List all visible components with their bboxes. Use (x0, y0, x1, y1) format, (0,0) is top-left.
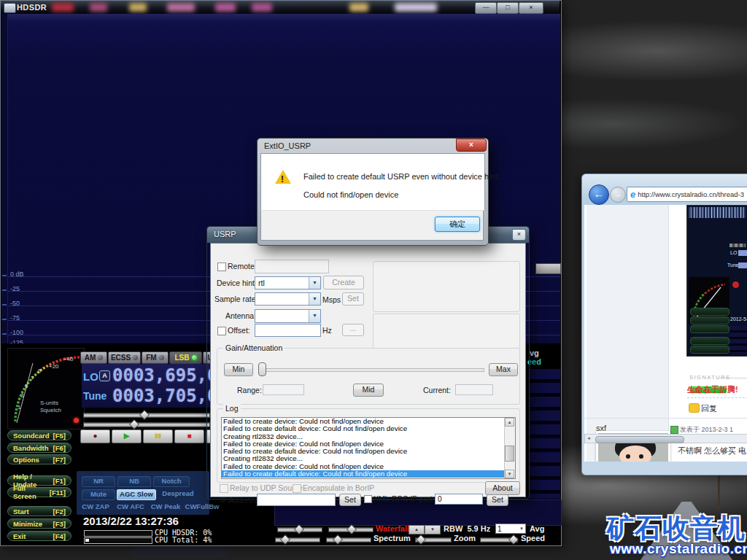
notch-button[interactable]: Notch (153, 476, 190, 487)
scrollbar-thumb[interactable] (505, 446, 514, 462)
nb-button[interactable]: NB (117, 476, 151, 487)
sample-rate-set-button[interactable]: Set (342, 292, 364, 306)
chevron-down-icon[interactable]: ▼ (309, 277, 320, 289)
reply-link[interactable]: 回复 (701, 403, 717, 414)
scroll-left-icon[interactable]: ◄ (587, 436, 591, 440)
zoom-slider[interactable] (415, 537, 452, 542)
address-bar[interactable]: e http://www.crystalradio.cn/thread-3 (627, 187, 747, 202)
chevron-down-icon[interactable]: ▼ (309, 293, 320, 305)
spectrum-slider-handle[interactable] (535, 263, 561, 274)
mode-button-am[interactable]: AM (80, 351, 107, 364)
horizontal-scrollbar[interactable]: ◄ (584, 434, 747, 443)
encapsulate-checkbox[interactable] (293, 484, 301, 493)
url-text[interactable]: http://www.crystalradio.cn/thread-3 (638, 190, 744, 198)
spectrum-upper-slider[interactable] (275, 537, 320, 542)
hdsdr-titlebar[interactable]: HDSDR — □ × (1, 1, 560, 14)
spectrum-lower-slider[interactable] (326, 537, 371, 542)
cw-zap-button[interactable]: CW ZAP (79, 502, 112, 512)
options-button[interactable]: Options[F7] (7, 454, 71, 464)
waterfall-spin-down[interactable]: ▼ (425, 525, 441, 534)
slider-thumb[interactable] (508, 534, 519, 545)
log-line-selected[interactable]: Failed to create default device: Could n… (222, 470, 515, 478)
cw-peak-button[interactable]: CW Peak (149, 502, 182, 512)
mini-date-text: 2012-5- (730, 316, 747, 322)
gain-max-button[interactable]: Max (489, 363, 518, 376)
play-button[interactable]: ▶ (112, 429, 142, 443)
cw-fullbw-button[interactable]: CWFullBw (184, 502, 220, 512)
antenna-dropdown[interactable]: ▼ (255, 309, 321, 323)
device-hint-dropdown[interactable]: rtl ▼ (255, 276, 321, 289)
log-list[interactable]: Failed to create device: Could not find/… (221, 417, 516, 479)
ok-button[interactable]: 确定 (435, 217, 480, 232)
slider-thumb[interactable] (347, 524, 357, 534)
stop-button[interactable]: ■ (174, 429, 204, 443)
log-scrollbar[interactable]: ▲ ▼ (504, 418, 515, 478)
avg-dropdown[interactable]: 1▼ (495, 524, 526, 534)
waterfall-label[interactable]: Waterfall (376, 524, 409, 533)
gain-mid-button[interactable]: Mid (353, 384, 384, 397)
pause-button[interactable]: ▮▮ (143, 429, 173, 443)
scrollbar-thumb[interactable] (595, 436, 684, 443)
slider-thumb[interactable] (139, 410, 150, 420)
sample-rate-dropdown[interactable]: ▼ (255, 292, 321, 306)
back-button[interactable]: ← (589, 184, 609, 205)
despread-button[interactable]: Despread (158, 489, 198, 499)
gain-slider-track[interactable] (258, 368, 484, 372)
about-button[interactable]: About (485, 481, 520, 495)
maximize-button[interactable]: □ (497, 2, 519, 14)
mode-button-ecss[interactable]: ECSS (108, 351, 141, 364)
nr-button[interactable]: NR (82, 476, 115, 487)
mode-button-fm[interactable]: FM (142, 351, 169, 364)
device-hint-value: rtl (258, 279, 265, 287)
agc-slow-button[interactable]: AGC Slow (117, 489, 156, 500)
usrp-close-button[interactable]: × (512, 229, 526, 241)
slider-thumb[interactable] (280, 534, 290, 545)
avg-value: 1 (498, 525, 502, 533)
current-field (455, 384, 493, 395)
chevron-down-icon[interactable]: ▼ (309, 310, 320, 322)
close-button[interactable]: × (519, 2, 543, 14)
waterfall-spin-up[interactable]: ▲ (409, 525, 425, 534)
error-close-button[interactable]: × (456, 139, 487, 152)
start-button[interactable]: Start[F2] (7, 506, 71, 516)
exit-button[interactable]: Exit[F4] (7, 531, 71, 541)
xmlrpc-checkbox[interactable] (364, 495, 372, 503)
spectrum-label[interactable]: Spectrum (374, 534, 411, 542)
offset-checkbox[interactable] (217, 327, 226, 335)
forward-button[interactable]: → (610, 187, 626, 203)
xmlrpc-set-button[interactable]: Set (487, 494, 508, 506)
mode-button-lsb[interactable]: LSB (169, 351, 202, 364)
lo-slider[interactable] (83, 422, 210, 427)
remote-checkbox[interactable] (217, 262, 226, 271)
gain-min-button[interactable]: Min (224, 363, 253, 376)
mini-tune-digits (738, 262, 747, 268)
full-screen-button[interactable]: Full Screen[F11] (7, 487, 71, 497)
cw-afc-button[interactable]: CW AFC (115, 502, 147, 512)
mute-button[interactable]: Mute (82, 489, 115, 500)
tune-slider[interactable] (83, 413, 210, 418)
ip-set-button[interactable]: Set (339, 494, 361, 506)
relay-udp-checkbox[interactable] (220, 484, 228, 493)
speed-slider[interactable] (480, 537, 518, 542)
bandwidth-button[interactable]: Bandwidth[F6] (7, 443, 71, 453)
record-button[interactable]: ● (80, 429, 110, 443)
waterfall-upper-slider[interactable] (277, 527, 322, 532)
waterfall-lower-slider[interactable] (328, 527, 374, 532)
scroll-down-icon[interactable]: ▼ (505, 470, 514, 478)
slider-thumb[interactable] (129, 419, 139, 429)
offset-browse-button[interactable]: ... (342, 324, 364, 336)
ip-address-field[interactable] (257, 494, 336, 506)
soundcard-button[interactable]: Soundcard[F5] (7, 430, 71, 440)
minimize-button[interactable]: — (475, 2, 497, 14)
gain-slider-thumb[interactable] (258, 362, 266, 376)
minimize-app-button[interactable]: Minimize[F3] (7, 518, 71, 529)
scroll-up-icon[interactable]: ▲ (505, 418, 514, 427)
xmlrpc-port-field[interactable]: 0 (435, 494, 483, 505)
slider-thumb[interactable] (333, 534, 343, 545)
create-button[interactable]: Create (323, 276, 364, 289)
offset-field[interactable] (255, 324, 321, 337)
slider-thumb[interactable] (416, 534, 426, 545)
db-scale-label: -50 (10, 300, 20, 307)
lo-badge[interactable]: A (99, 370, 110, 381)
slider-thumb[interactable] (294, 524, 304, 534)
